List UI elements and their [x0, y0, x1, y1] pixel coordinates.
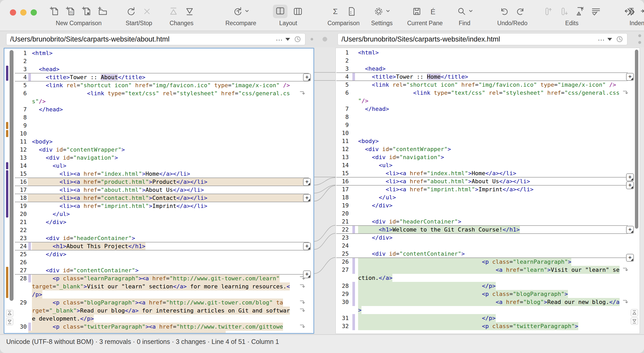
- code-row-line-25[interactable]: 25 </div>: [4, 250, 313, 258]
- code-row-line-15[interactable]: 15 <li><a href="index.html">Home</a></li…: [4, 170, 313, 178]
- new-folder-comparison-button[interactable]: [97, 6, 109, 17]
- discard-edits-button[interactable]: [574, 6, 586, 17]
- code-row-line-19[interactable]: 19 <li><a href="imprint.html">Imprint</a…: [4, 202, 313, 210]
- toolbar-overflow-button[interactable]: [625, 6, 637, 19]
- code-row-line-24[interactable]: 24 <h1>About This Project</h1>: [4, 242, 313, 250]
- scrollbar-thumb[interactable]: [10, 50, 14, 301]
- right-path-history-icon[interactable]: [616, 35, 623, 43]
- code-row-line-25[interactable]: 25 <div id="contentContainer">: [336, 250, 640, 258]
- code-row-line-17[interactable]: 17 <li><a href="imprint.html">Imprint</a…: [336, 185, 640, 193]
- code-row-line-18[interactable]: 18 </ul>: [336, 193, 640, 201]
- two-pane-layout-button[interactable]: [273, 5, 287, 18]
- code-row-line-6[interactable]: 6 <link type="text/css" rel="stylesheet"…: [4, 89, 313, 97]
- left-path-history-icon[interactable]: [294, 35, 301, 43]
- code-row-line-19[interactable]: 19 </div>: [336, 201, 640, 209]
- code-row-line-3[interactable]: 3 <head>: [4, 65, 313, 73]
- code-row-line-27[interactable]: 27 <a href="learn">Visit our "learn" se: [336, 266, 640, 274]
- code-row-line-11[interactable]: 11<body>: [336, 137, 640, 145]
- code-row-line-28[interactable]: 28 <p class="learnParagraph"><a href="ht…: [4, 274, 313, 282]
- code-row-line-24[interactable]: 24: [336, 242, 640, 250]
- comparison-summary-button[interactable]: Σ: [330, 6, 341, 17]
- code-row-line-21[interactable]: 21 </div>: [4, 218, 313, 226]
- code-row-line-16[interactable]: 16 <li><a href="product.html">Product</a…: [4, 178, 313, 186]
- code-row-line-28[interactable]: target="_blank">Visit our "learn" sectio…: [4, 282, 313, 290]
- minimize-window-button[interactable]: [20, 9, 26, 16]
- merge-change-button[interactable]: +: [303, 270, 311, 278]
- left-code-pane[interactable]: 1<html>23 <head>4 <title>Tower :: About<…: [4, 48, 314, 334]
- code-row-line-29[interactable]: e development.</p>: [4, 315, 313, 323]
- code-row-line-18[interactable]: 18 <li><a href="contact.html">Contact</a…: [4, 194, 313, 202]
- previous-edit-button[interactable]: [542, 6, 553, 17]
- scroll-top-button[interactable]: [631, 309, 638, 316]
- code-row-line-2[interactable]: 2: [336, 57, 640, 65]
- code-row-line-12[interactable]: 12 <div id="contentWrapper">: [4, 146, 313, 154]
- code-row-line-6[interactable]: s"/>: [4, 97, 313, 105]
- comparison-info-button[interactable]: [346, 6, 357, 17]
- close-window-button[interactable]: [10, 9, 16, 16]
- merge-deletion-button[interactable]: +: [626, 173, 634, 181]
- merge-change-button[interactable]: +: [303, 73, 311, 81]
- next-change-button[interactable]: [184, 6, 195, 17]
- right-path-more-button[interactable]: …: [598, 34, 605, 42]
- start-button[interactable]: [125, 6, 137, 17]
- code-row-line-1[interactable]: 1<html>: [336, 49, 640, 57]
- save-pane-button[interactable]: [411, 6, 422, 17]
- left-path-more-button[interactable]: …: [276, 34, 283, 42]
- code-row-line-27[interactable]: ction.</a>: [336, 274, 640, 282]
- code-row-line-26[interactable]: 26: [4, 258, 313, 266]
- left-file-path-field[interactable]: /Users/brunobrito/Sites/carparts-website…: [6, 33, 305, 45]
- code-row-line-30[interactable]: >: [336, 306, 640, 314]
- code-row-line-21[interactable]: 21 <div id="headerContainer">: [336, 218, 640, 226]
- code-row-line-16[interactable]: 16 <li><a href="about.html">About Us</a>…: [336, 177, 640, 185]
- code-row-line-4[interactable]: 4 <title>Tower :: About</title>: [4, 73, 313, 81]
- code-row-line-30[interactable]: 30 <p class="twitterParagraph"><a href="…: [4, 323, 313, 331]
- right-path-dropdown-icon[interactable]: [607, 38, 612, 41]
- code-row-line-8[interactable]: 8: [336, 113, 640, 121]
- new-image-comparison-button[interactable]: [81, 6, 92, 17]
- new-binary-comparison-button[interactable]: 01: [65, 6, 76, 17]
- code-row-line-22[interactable]: 22: [4, 226, 313, 234]
- code-row-line-10[interactable]: 10: [4, 130, 313, 138]
- undo-button[interactable]: [499, 6, 510, 17]
- code-row-line-9[interactable]: 9: [336, 121, 640, 129]
- code-row-line-6[interactable]: 6 <link type="text/css" rel="stylesheet"…: [336, 89, 640, 97]
- code-row-line-20[interactable]: 20: [336, 209, 640, 218]
- scroll-bottom-button[interactable]: [631, 317, 638, 325]
- merge-change-button[interactable]: +: [626, 254, 634, 262]
- redo-button[interactable]: [515, 6, 526, 17]
- merge-change-button[interactable]: +: [303, 178, 311, 186]
- code-row-line-8[interactable]: 8: [4, 113, 313, 121]
- code-row-line-5[interactable]: 5 <link rel="shortcut icon" href="img/fa…: [336, 81, 640, 89]
- encoding-button[interactable]: É: [427, 6, 439, 17]
- code-row-line-13[interactable]: 13 <div id="navigation">: [4, 154, 313, 162]
- code-row-line-26[interactable]: 26 <p class="learnParagraph">: [336, 258, 640, 266]
- stop-button[interactable]: [141, 6, 153, 17]
- code-row-line-31[interactable]: 31 </p>: [336, 314, 640, 322]
- three-pane-layout-button[interactable]: [292, 6, 304, 17]
- code-row-line-13[interactable]: 13 <div id="navigation">: [336, 153, 640, 161]
- previous-change-button[interactable]: [168, 6, 179, 17]
- code-row-line-10[interactable]: 10: [336, 129, 640, 137]
- code-row-line-27[interactable]: 27 <div id="contentContainer">: [4, 266, 313, 274]
- code-row-line-28[interactable]: 28 </p>: [336, 282, 640, 290]
- code-row-line-7[interactable]: 7 </head>: [336, 105, 640, 113]
- recompare-button[interactable]: [232, 6, 250, 17]
- code-row-line-5[interactable]: 5 <link rel="shortcut icon" href="img/fa…: [4, 81, 313, 89]
- code-row-line-17[interactable]: 17 <li><a href="about.html">About Us</a>…: [4, 186, 313, 194]
- code-row-line-14[interactable]: 14 <ul>: [336, 161, 640, 169]
- code-row-line-4[interactable]: 4 <title>Tower :: Home</title>: [336, 73, 640, 81]
- left-path-dropdown-icon[interactable]: [285, 38, 290, 41]
- code-row-line-32[interactable]: 32 <p class="twitterParagraph">: [336, 322, 640, 330]
- scroll-top-button[interactable]: [6, 310, 13, 317]
- code-row-line-28[interactable]: /p>: [4, 290, 313, 298]
- new-file-comparison-button[interactable]: [49, 6, 60, 17]
- code-row-line-23[interactable]: 23 <div id="headerContainer">: [4, 234, 313, 242]
- code-row-line-29[interactable]: 29 <p class="blogParagraph"><a href="htt…: [4, 298, 313, 307]
- merge-change-button[interactable]: +: [303, 242, 311, 250]
- code-row-line-2[interactable]: 2: [4, 57, 313, 65]
- code-row-line-3[interactable]: 3 <head>: [336, 65, 640, 73]
- indent-button[interactable]: [640, 6, 644, 17]
- code-row-line-1[interactable]: 1<html>: [4, 49, 313, 57]
- code-row-line-9[interactable]: 9: [4, 121, 313, 130]
- code-row-line-6[interactable]: "/>: [336, 97, 640, 105]
